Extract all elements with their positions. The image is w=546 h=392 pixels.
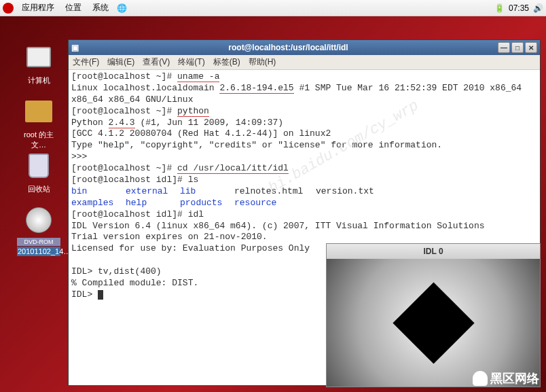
window-icon: ▣	[71, 43, 79, 52]
site-logo: 黑区网络	[473, 370, 539, 387]
minimize-button[interactable]: —	[498, 42, 510, 53]
browser-icon[interactable]: 🌐	[117, 3, 127, 13]
menu-tabs[interactable]: 标签(B)	[213, 56, 240, 68]
computer-icon	[26, 47, 51, 67]
menu-places[interactable]: 位置	[62, 1, 84, 15]
cursor	[98, 290, 103, 300]
cdrom-icon	[26, 207, 52, 233]
menu-applications[interactable]: 应用程序	[19, 1, 57, 15]
folder-icon	[25, 101, 52, 122]
menu-file[interactable]: 文件(F)	[73, 56, 99, 68]
idl-titlebar[interactable]: IDL 0	[327, 244, 540, 259]
desktop-icon-home[interactable]: root 的主文…	[17, 95, 60, 151]
cdrom-label: 20101102_14…	[17, 247, 60, 256]
logo-text: 黑区网络	[490, 370, 539, 387]
computer-label: 计算机	[17, 75, 60, 86]
terminal-title: root@localhost:/usr/local/itt/idl	[79, 43, 498, 52]
menu-terminal[interactable]: 终端(T)	[178, 56, 204, 68]
trash-label: 回收站	[17, 183, 60, 195]
clock[interactable]: 07:35	[509, 3, 529, 13]
speaker-icon[interactable]: 🔊	[533, 3, 543, 13]
cdrom-top-label: DVD-ROM	[17, 238, 60, 246]
idl-title: IDL 0	[329, 247, 537, 256]
trash-icon	[29, 154, 49, 178]
menu-edit[interactable]: 编辑(E)	[107, 56, 134, 68]
menu-help[interactable]: 帮助(H)	[249, 56, 276, 68]
home-label: root 的主文…	[17, 129, 60, 151]
desktop-icon-cdrom[interactable]: DVD-ROM 20101102_14…	[17, 204, 60, 256]
idl-graphics-window: IDL 0	[326, 243, 541, 387]
top-taskbar: 应用程序 位置 系统 🌐 🔋 07:35 🔊	[0, 0, 546, 16]
terminal-menubar: 文件(F) 编辑(E) 查看(V) 终端(T) 标签(B) 帮助(H)	[69, 55, 540, 70]
dist-diamond	[393, 282, 474, 363]
desktop-icon-computer[interactable]: 计算机	[17, 41, 60, 86]
desktop-icon-trash[interactable]: 回收站	[17, 149, 60, 195]
mushroom-icon	[473, 371, 488, 386]
battery-icon[interactable]: 🔋	[494, 3, 505, 13]
redhat-menu-icon[interactable]	[3, 3, 14, 14]
maximize-button[interactable]: □	[511, 42, 524, 53]
terminal-titlebar[interactable]: ▣ root@localhost:/usr/local/itt/idl — □ …	[69, 40, 540, 55]
idl-canvas	[327, 259, 540, 387]
menu-view[interactable]: 查看(V)	[143, 56, 170, 68]
menu-system[interactable]: 系统	[90, 1, 111, 15]
close-button[interactable]: ✕	[525, 42, 537, 53]
